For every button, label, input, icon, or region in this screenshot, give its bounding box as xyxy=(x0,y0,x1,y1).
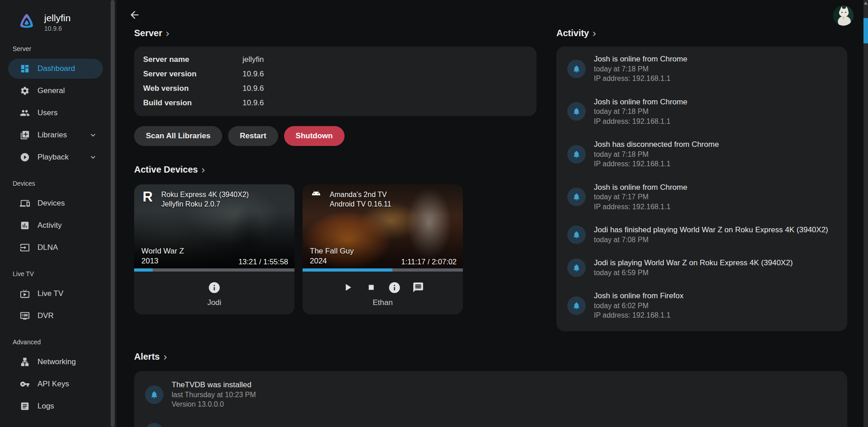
back-button[interactable] xyxy=(128,9,141,22)
server-actions: Scan All Libraries Restart Shutdown xyxy=(134,126,345,146)
sidebar-item-dvr[interactable]: DVR xyxy=(8,306,103,326)
session-card-roku[interactable]: R Roku Express 4K (3940X2) Jellyfin Roku… xyxy=(134,184,294,314)
activity-item: Josh is online from Chrome today at 7:17… xyxy=(567,183,836,212)
app-title: jellyfin xyxy=(44,13,70,23)
sidebar-item-networking[interactable]: Networking xyxy=(8,352,103,372)
active-devices-section-link[interactable]: Active Devices xyxy=(134,164,208,175)
nav-section-server: Server xyxy=(13,45,117,52)
session-info-button[interactable] xyxy=(388,281,401,294)
now-playing-backdrop: Amanda's 2nd TV Android TV 0.16.11 The F… xyxy=(303,184,463,272)
sidebar: jellyfin 10.9.6 Server Dashboard General… xyxy=(0,0,117,427)
activity-item: Josh has disconnected from Chrome today … xyxy=(567,140,836,169)
roku-logo-icon: R xyxy=(140,189,156,209)
sidebar-item-logs[interactable]: Logs xyxy=(8,396,103,416)
activity-section-link[interactable]: Activity xyxy=(556,28,599,38)
sidebar-item-users[interactable]: Users xyxy=(8,103,103,123)
sidebar-item-playback[interactable]: Playback xyxy=(8,147,103,167)
user-avatar[interactable] xyxy=(833,5,854,26)
sidebar-item-api-keys[interactable]: API Keys xyxy=(8,374,103,394)
dvr-icon xyxy=(20,311,30,321)
alert-item: AniDB was installed xyxy=(145,423,836,427)
scan-all-libraries-button[interactable]: Scan All Libraries xyxy=(134,126,222,146)
scrollbar-thumb[interactable] xyxy=(863,18,868,43)
bell-icon xyxy=(150,390,159,399)
bell-icon xyxy=(572,263,581,272)
media-title: World War Z xyxy=(141,247,184,255)
session-message-button[interactable] xyxy=(411,281,425,294)
playback-progress-bar xyxy=(303,268,463,272)
users-icon xyxy=(20,108,30,118)
sidebar-item-live-tv[interactable]: Live TV xyxy=(8,284,103,304)
server-heading: Server xyxy=(134,28,162,38)
session-info-button[interactable] xyxy=(208,281,221,294)
playback-progress-fill xyxy=(134,268,153,272)
session-card-androidtv[interactable]: Amanda's 2nd TV Android TV 0.16.11 The F… xyxy=(303,184,463,314)
sidebar-scrollbar[interactable] xyxy=(111,0,115,427)
chevron-right-icon xyxy=(590,29,599,38)
play-icon xyxy=(342,282,354,293)
sidebar-item-general[interactable]: General xyxy=(8,81,103,101)
library-add-icon xyxy=(20,130,30,140)
nav-section-advanced: Advanced xyxy=(13,338,117,346)
page-scrollbar[interactable] xyxy=(863,0,868,427)
playback-time: 1:11:17 / 2:07:02 xyxy=(401,258,457,266)
playback-progress-bar xyxy=(134,268,294,272)
media-year: 2024 xyxy=(310,257,327,265)
activity-item: Josh is online from Chrome today at 7:18… xyxy=(567,97,836,127)
sidebar-item-dlna[interactable]: DLNA xyxy=(8,238,103,258)
chevron-right-icon xyxy=(163,29,172,38)
client-version: Jellyfin Roku 2.0.7 xyxy=(161,200,220,208)
dashboard-icon xyxy=(20,64,30,74)
shutdown-button[interactable]: Shutdown xyxy=(284,126,345,146)
alerts-card: TheTVDB was installed last Thursday at 1… xyxy=(134,371,847,427)
activity-heading: Activity xyxy=(556,28,589,38)
nav-section-devices: Devices xyxy=(13,180,117,187)
media-year: 2013 xyxy=(141,257,159,265)
media-title: The Fall Guy xyxy=(310,247,354,255)
playback-progress-fill xyxy=(303,268,392,272)
alerts-heading: Alerts xyxy=(134,352,160,362)
activity-feed-card: Josh is online from Chrome today at 7:18… xyxy=(556,47,847,331)
session-play-button[interactable] xyxy=(341,281,355,294)
sidebar-item-dashboard[interactable]: Dashboard xyxy=(8,59,103,79)
server-name-row: Server name jellyfin xyxy=(143,52,527,67)
info-icon xyxy=(388,281,401,294)
restart-button[interactable]: Restart xyxy=(228,126,278,146)
device-name: Amanda's 2nd TV xyxy=(330,191,387,198)
client-version: Android TV 0.16.11 xyxy=(330,200,391,208)
bell-icon xyxy=(572,192,581,201)
activity-item: Jodi has finished playing World War Z on… xyxy=(567,225,836,244)
devices-icon xyxy=(20,198,30,208)
gear-icon xyxy=(20,86,30,96)
network-icon xyxy=(20,357,30,367)
bell-icon xyxy=(572,230,581,239)
sidebar-item-devices[interactable]: Devices xyxy=(8,193,103,213)
info-icon xyxy=(208,281,221,294)
play-circle-icon xyxy=(20,152,30,162)
sidebar-item-activity[interactable]: Activity xyxy=(8,216,103,235)
app-version: 10.9.6 xyxy=(44,25,70,32)
bell-icon xyxy=(572,150,581,159)
device-name: Roku Express 4K (3940X2) xyxy=(161,191,249,198)
chevron-down-icon xyxy=(89,153,98,162)
activity-item: Jodi is playing World War Z on Roku Expr… xyxy=(567,258,836,277)
jellyfin-logo-icon xyxy=(16,12,37,33)
server-info-card: Server name jellyfin Server version 10.9… xyxy=(134,47,537,116)
alerts-section-link[interactable]: Alerts xyxy=(134,352,847,362)
comment-icon xyxy=(412,282,424,293)
bell-icon xyxy=(572,107,581,116)
playback-time: 13:21 / 1:55:58 xyxy=(238,258,288,266)
scrollbar-up-arrow[interactable] xyxy=(864,2,868,5)
activity-item: Josh is online from Firefox today at 6:0… xyxy=(567,291,836,320)
session-stop-button[interactable] xyxy=(364,281,378,294)
arrow-back-icon xyxy=(129,15,140,22)
session-user-name: Ethan xyxy=(373,298,392,307)
android-icon xyxy=(308,189,324,209)
bell-icon xyxy=(572,301,581,310)
bar-chart-icon xyxy=(20,221,30,230)
server-section-link[interactable]: Server xyxy=(134,28,172,38)
sidebar-item-libraries[interactable]: Libraries xyxy=(8,125,103,145)
input-icon xyxy=(20,243,30,253)
active-devices-heading: Active Devices xyxy=(134,164,198,175)
session-user-name: Jodi xyxy=(207,298,221,307)
